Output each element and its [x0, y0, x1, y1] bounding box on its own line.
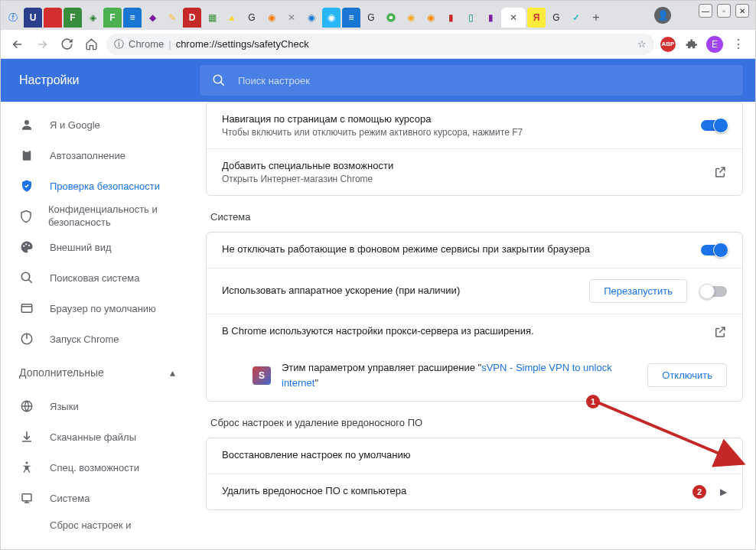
toggle-hardware-accel[interactable]: [701, 286, 727, 297]
globe-icon: [19, 399, 34, 413]
sidebar-item-privacy[interactable]: Конфиденциальность и безопасность: [1, 201, 194, 232]
sidebar-item-reset[interactable]: Сброс настроек и: [1, 513, 194, 536]
sidebar-item-languages[interactable]: Языки: [1, 391, 194, 421]
svg-rect-14: [22, 494, 31, 501]
toggle-cursor-navigation[interactable]: [701, 120, 727, 131]
extension-managed-text: Этим параметром управляет расширение "sV…: [282, 360, 637, 390]
tab-favicon[interactable]: F: [103, 8, 122, 28]
tab-favicon[interactable]: ▮: [442, 8, 460, 28]
tab-favicon[interactable]: ✓: [567, 8, 585, 28]
tab-favicon[interactable]: F: [64, 8, 82, 28]
tab-favicon[interactable]: G: [547, 8, 565, 28]
back-button[interactable]: [8, 35, 27, 54]
sidebar-item-safety-check[interactable]: Проверка безопасности: [1, 171, 194, 201]
sidebar-item-label: Внешний вид: [50, 242, 112, 253]
svg-point-8: [28, 245, 30, 246]
extensions-button[interactable]: [682, 35, 700, 54]
row-add-accessibility[interactable]: Добавить специальные возможности Открыть…: [207, 148, 742, 195]
sidebar-item-label: Языки: [50, 401, 79, 412]
clipboard-icon: [19, 148, 34, 162]
tab-favicon[interactable]: ◉: [262, 8, 281, 28]
home-button[interactable]: [82, 35, 100, 54]
omnibox-scheme: Chrome: [129, 38, 164, 50]
svg-point-7: [25, 243, 27, 245]
tab-favicon[interactable]: ⓕ: [4, 8, 22, 28]
tab-strip: ⓕ U F ◈ F ≡ ◆ ✎ D ▦ ▲ G ◉ ✕ ◉ ◉ ≡ G ◉ ◉ …: [1, 1, 755, 30]
restart-button[interactable]: Перезапустить: [589, 279, 687, 303]
profile-avatar[interactable]: E: [706, 36, 723, 53]
row-cursor-navigation: Навигация по страницам с помощью курсора…: [207, 103, 742, 148]
section-title-system: Система: [210, 211, 743, 223]
row-restore-defaults[interactable]: Восстановление настроек по умолчанию ▶: [207, 438, 742, 474]
sidebar-section-advanced[interactable]: Дополнительные ▴: [1, 354, 194, 391]
sidebar-item-system[interactable]: Система: [1, 483, 194, 513]
window-minimize-button[interactable]: —: [699, 4, 712, 18]
sidebar-item-autofill[interactable]: Автозаполнение: [1, 140, 194, 171]
extension-abp-icon[interactable]: ABP: [660, 37, 676, 52]
omnibox[interactable]: ⓘ Chrome | chrome://settings/safetyCheck…: [106, 34, 654, 55]
omnibox-url: chrome://settings/safetyCheck: [176, 38, 309, 50]
tab-favicon[interactable]: ▯: [461, 8, 480, 28]
site-info-icon[interactable]: ⓘ: [114, 37, 124, 51]
sidebar-item-label: Запуск Chrome: [50, 334, 119, 345]
annotation-badge-1: 1: [586, 395, 600, 408]
tab-favicon[interactable]: ▲: [223, 8, 241, 28]
tab-favicon[interactable]: ◉: [302, 8, 321, 28]
tab-favicon[interactable]: ≡: [123, 8, 142, 28]
tab-favicon[interactable]: ◉: [422, 8, 440, 28]
forward-button[interactable]: [33, 35, 51, 54]
download-icon: [19, 430, 34, 444]
sidebar-item-label: Конфиденциальность и безопасность: [48, 203, 194, 229]
tab-favicon[interactable]: ▮: [481, 8, 500, 28]
sidebar-item-default-browser[interactable]: Браузер по умолчанию: [1, 293, 194, 324]
search-icon: [212, 73, 226, 87]
reload-button[interactable]: [57, 35, 76, 54]
svg-point-1: [389, 16, 393, 20]
bookmark-star-icon[interactable]: ☆: [637, 38, 647, 50]
tab-active[interactable]: ✕: [501, 8, 526, 28]
sidebar-item-appearance[interactable]: Внешний вид: [1, 232, 194, 262]
tab-favicon[interactable]: ◈: [83, 8, 102, 28]
disable-extension-button[interactable]: Отключить: [647, 363, 727, 387]
tab-favicon[interactable]: [44, 8, 62, 28]
new-tab-button[interactable]: +: [587, 8, 605, 27]
external-link-icon: [713, 325, 727, 339]
sidebar-item-on-startup[interactable]: Запуск Chrome: [1, 324, 194, 354]
tab-favicon[interactable]: ◉: [322, 8, 341, 28]
close-icon[interactable]: ✕: [510, 12, 517, 23]
settings-header: Настройки Поиск настроек: [1, 59, 755, 102]
tab-favicon[interactable]: G: [362, 8, 380, 28]
tab-favicon[interactable]: ▦: [203, 8, 221, 28]
browser-toolbar: ⓘ Chrome | chrome://settings/safetyCheck…: [1, 30, 755, 59]
power-icon: [19, 332, 34, 346]
person-icon: [19, 118, 34, 132]
search-settings-box[interactable]: Поиск настроек: [200, 65, 743, 96]
tab-favicon[interactable]: ✕: [282, 8, 301, 28]
toggle-background-services[interactable]: [701, 245, 727, 255]
sidebar-item-you-and-google[interactable]: Я и Google: [1, 109, 194, 140]
tab-favicon[interactable]: [382, 8, 400, 28]
window-maximize-button[interactable]: ▫: [717, 4, 731, 18]
sidebar-item-downloads[interactable]: Скачанные файлы: [1, 421, 194, 452]
tab-favicon[interactable]: ≡: [342, 8, 360, 28]
tab-favicon[interactable]: ◆: [143, 8, 161, 28]
browser-menu-button[interactable]: ⋮: [729, 35, 748, 54]
page-title: Настройки: [1, 73, 200, 87]
search-icon: [19, 271, 34, 285]
tab-favicon[interactable]: ◉: [402, 8, 420, 28]
sidebar-item-search-engine[interactable]: Поисковая система: [1, 262, 194, 293]
sidebar-item-accessibility[interactable]: Спец. возможности: [1, 452, 194, 483]
profile-indicator-icon[interactable]: 👤: [654, 7, 671, 24]
window-close-button[interactable]: ✕: [735, 4, 749, 18]
svg-rect-4: [23, 151, 31, 161]
tab-favicon[interactable]: U: [24, 8, 42, 28]
tab-favicon[interactable]: Я: [527, 8, 546, 28]
row-proxy-extension: S Этим параметром управляет расширение "…: [207, 350, 742, 401]
tab-favicon[interactable]: D: [183, 8, 201, 28]
system-icon: [19, 491, 34, 505]
tab-favicon[interactable]: ✎: [163, 8, 181, 28]
row-remove-malware[interactable]: Удалить вредоносное ПО с компьютера 2 ▶: [207, 474, 742, 509]
tab-favicon[interactable]: G: [243, 8, 261, 28]
svg-point-13: [26, 462, 28, 464]
chevron-up-icon: ▴: [170, 366, 175, 379]
